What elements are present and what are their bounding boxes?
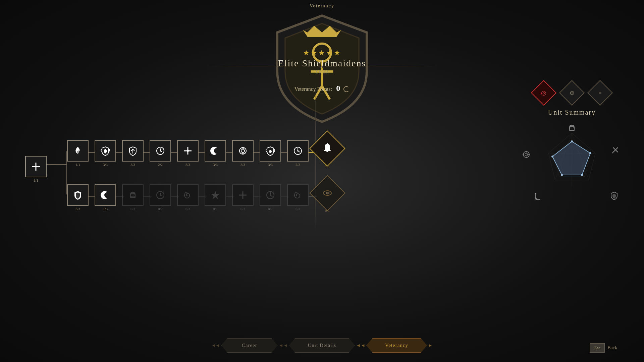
- skill-bot-4-count: 0/2: [158, 207, 163, 211]
- vp-label: Veterancy Points:: [294, 86, 332, 92]
- skill-bot-2-count: 1/3: [103, 207, 108, 211]
- unit-stars: ★★★★★: [278, 49, 366, 57]
- cross2-icon: [238, 190, 248, 200]
- svg-point-49: [589, 152, 591, 154]
- skill-top-6[interactable]: 3/3: [205, 140, 226, 167]
- skill-top-4-count: 2/2: [158, 163, 163, 167]
- skill-bot-6-count: 0/1: [213, 207, 218, 211]
- skill-bot-6[interactable]: 0/1: [205, 184, 226, 211]
- skill-top-8-box[interactable]: [260, 140, 281, 162]
- start-node-box[interactable]: [25, 156, 47, 177]
- svg-rect-23: [130, 196, 136, 198]
- tab-summary[interactable]: ◎: [531, 80, 556, 106]
- skill-top-4[interactable]: 2/2: [150, 140, 171, 167]
- tab-unit-details[interactable]: Unit Details: [289, 338, 355, 353]
- skill-bot-6-box[interactable]: [205, 184, 226, 206]
- skill-bot-1-count: 3/3: [75, 207, 80, 211]
- skill-top-10-box[interactable]: [309, 130, 345, 166]
- skill-bot-3-box[interactable]: [122, 184, 144, 206]
- nav-arrows-mid-2: ◄◄: [356, 343, 365, 348]
- skill-bot-7-box[interactable]: [232, 184, 254, 206]
- esc-area[interactable]: Esc Back: [590, 343, 617, 353]
- unit-level: LV.30: [278, 69, 366, 75]
- skill-bot-9-count: 0/3: [296, 207, 300, 211]
- tab-skills[interactable]: ⊕: [559, 80, 585, 106]
- skill-bot-3[interactable]: 0/3: [122, 184, 144, 211]
- vp-value: 0: [336, 84, 340, 93]
- radar-label-left: [522, 150, 531, 161]
- skill-bot-5-box[interactable]: [177, 184, 199, 206]
- skill-top-9[interactable]: 2/2: [287, 140, 309, 167]
- svg-point-52: [551, 156, 553, 158]
- skill-top-10[interactable]: 1/1: [315, 136, 340, 168]
- skill-top-8-count: 3/3: [268, 163, 273, 167]
- tab-list[interactable]: ≡: [587, 80, 613, 106]
- svg-point-21: [297, 150, 299, 152]
- skill-bot-9-box[interactable]: [287, 184, 309, 206]
- tab-summary-icon: ◎: [541, 89, 546, 97]
- skill-top-3-box[interactable]: [122, 140, 144, 162]
- skill-bot-1-box[interactable]: [67, 184, 89, 206]
- svg-point-35: [270, 194, 271, 196]
- tab-list-icon: ≡: [598, 90, 601, 96]
- clock4-icon: [265, 190, 275, 200]
- skill-bot-2[interactable]: 1/3: [95, 184, 116, 211]
- skill-top-3[interactable]: 3/3: [122, 140, 144, 167]
- svg-point-51: [561, 174, 563, 176]
- svg-point-16: [241, 149, 245, 153]
- skill-top-7-box[interactable]: [232, 140, 254, 162]
- skill-bot-1[interactable]: 3/3: [67, 184, 89, 211]
- skill-bot-7[interactable]: 0/3: [232, 184, 254, 211]
- clock2-icon: [293, 146, 303, 156]
- start-node[interactable]: 1/1: [25, 156, 47, 182]
- skill-bot-10[interactable]: 0/1: [315, 180, 340, 213]
- tab-skills-icon: ⊕: [570, 89, 575, 97]
- unit-title-area: ★★★★★ Elite Shieldmaidens LV.30: [278, 49, 366, 75]
- skill-top-5-count: 3/3: [185, 163, 190, 167]
- eye-icon: [321, 187, 333, 199]
- skill-bot-2-box[interactable]: [95, 184, 116, 206]
- tab-veterancy[interactable]: Veterancy: [366, 338, 427, 353]
- skill-top-8[interactable]: 3/3: [260, 140, 281, 167]
- cross-icon: [183, 146, 193, 156]
- shield-solid-icon: [72, 190, 83, 200]
- refresh-icon[interactable]: [343, 86, 350, 92]
- radar-label-right-top: [610, 145, 621, 156]
- esc-label: Back: [607, 345, 617, 351]
- skill-bot-8-box[interactable]: [260, 184, 281, 206]
- radar-label-right-bottom: [609, 191, 619, 202]
- tab-career[interactable]: Career: [221, 338, 278, 353]
- skill-top-4-box[interactable]: [150, 140, 171, 162]
- skill-top-7[interactable]: 3/3: [232, 140, 254, 167]
- skill-bot-8[interactable]: 0/2: [260, 184, 281, 211]
- skill-top-5[interactable]: 3/3: [177, 140, 199, 167]
- skill-top-9-box[interactable]: [287, 140, 309, 162]
- svg-point-57: [525, 153, 528, 156]
- title-decoration: ❧: [205, 64, 439, 70]
- skill-top-2-box[interactable]: [95, 140, 116, 162]
- panel-title: Unit Summary: [517, 109, 627, 116]
- svg-rect-22: [327, 143, 328, 144]
- skill-bot-10-box[interactable]: [309, 175, 345, 211]
- skill-top-7-count: 3/3: [240, 163, 245, 167]
- skill-top-2[interactable]: 3/3: [95, 140, 116, 167]
- swirl-icon: [183, 190, 193, 200]
- skill-bot-4-box[interactable]: [150, 184, 171, 206]
- skill-bot-9[interactable]: 0/3: [287, 184, 309, 211]
- spark-icon: [210, 190, 220, 200]
- svg-point-39: [327, 192, 328, 194]
- skill-top-1-box[interactable]: [67, 140, 89, 162]
- svg-point-11: [160, 150, 161, 152]
- radar-chart: [528, 126, 615, 203]
- esc-key[interactable]: Esc: [590, 343, 605, 353]
- skill-top-1[interactable]: 1/1: [67, 140, 89, 167]
- svg-point-14: [187, 150, 189, 152]
- bottom-nav: ◄ ◄ Career ◄◄ Unit Details ◄◄ Veterancy …: [211, 338, 433, 353]
- skill-bot-5[interactable]: 0/3: [177, 184, 199, 211]
- bell-icon: [321, 142, 333, 155]
- skill-top-6-box[interactable]: [205, 140, 226, 162]
- radar-label-top: [567, 123, 577, 134]
- skill-top-5-box[interactable]: [177, 140, 199, 162]
- skill-bot-4[interactable]: 0/2: [150, 184, 171, 211]
- skill-top-2-count: 3/3: [103, 163, 108, 167]
